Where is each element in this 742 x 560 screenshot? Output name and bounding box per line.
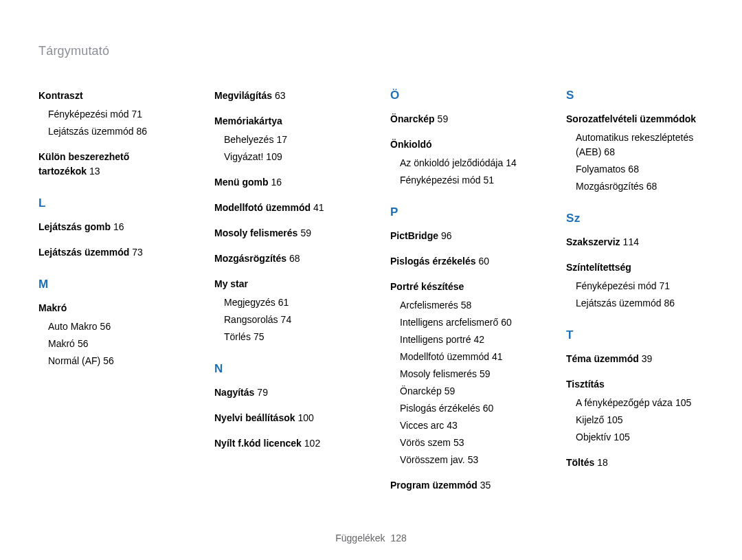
sub: Vicces arc43	[390, 418, 528, 433]
topic: Makró	[38, 301, 176, 315]
topic: Töltés18	[566, 456, 704, 470]
sub: Fényképezési mód71	[566, 279, 704, 293]
sub: Behelyezés17	[214, 133, 352, 147]
sub: Intelligens portré42	[390, 333, 528, 347]
sub: Mosoly felismerés59	[390, 367, 528, 381]
topic: Lejátszás üzemmód73	[38, 245, 176, 260]
section-letter-O: Ö	[390, 89, 528, 102]
sub: Normál (AF)56	[38, 354, 176, 368]
sub: Intelligens arcfelismerő60	[390, 315, 528, 330]
topic: PictBridge96	[390, 229, 528, 243]
topic: Kontraszt	[38, 89, 176, 103]
sub: Az önkioldó jelződiódája14	[390, 156, 528, 170]
topic: Megvilágítás63	[214, 89, 352, 103]
sub: A fényképezőgép váza105	[566, 396, 704, 410]
topic: Modellfotó üzemmód41	[214, 201, 352, 215]
sub: Folyamatos68	[566, 162, 704, 177]
sub: Törlés75	[214, 330, 352, 344]
sub: Makró56	[38, 337, 176, 351]
topic: Mosoly felismerés59	[214, 226, 352, 240]
topic: Önkioldó	[390, 137, 528, 152]
topic: Nyílt f.kód licencek102	[214, 436, 352, 451]
sub: Pislogás érzékelés60	[390, 401, 528, 416]
sub: Modellfotó üzemmód41	[390, 350, 528, 364]
index-columns: Kontraszt Fényképezési mód71 Lejátszás ü…	[38, 89, 704, 497]
sub: Önarckép59	[390, 384, 528, 399]
topic: Program üzemmód35	[390, 478, 528, 493]
column-1: Kontraszt Fényképezési mód71 Lejátszás ü…	[38, 89, 176, 497]
sub: Rangsorolás74	[214, 313, 352, 327]
page-title: Tárgymutató	[38, 44, 704, 58]
section-letter-T: T	[566, 328, 704, 342]
sub: Arcfelismerés58	[390, 298, 528, 313]
sub: Kijelző105	[566, 413, 704, 427]
topic: My star	[214, 277, 352, 291]
column-3: Ö Önarckép59 Önkioldó Az önkioldó jelződ…	[390, 89, 528, 497]
sub: Vigyázat!109	[214, 150, 352, 164]
column-4: S Sorozatfelvételi üzemmódok Automatikus…	[566, 89, 704, 497]
sub: Vörös szem53	[390, 436, 528, 450]
sub: Vörösszem jav.53	[390, 453, 528, 467]
section-letter-L: L	[38, 197, 176, 210]
topic: Portré készítése	[390, 280, 528, 294]
topic: Téma üzemmód39	[566, 352, 704, 366]
topic: Nyelvi beállítások100	[214, 411, 352, 425]
topic: Mozgásrögzítés68	[214, 251, 352, 266]
topic: Nagyítás79	[214, 385, 352, 400]
section-letter-S: S	[566, 89, 704, 102]
footer: Függelékek 128	[0, 533, 742, 544]
topic: Külön beszerezhető tartozékok13	[38, 150, 176, 179]
section-letter-P: P	[390, 205, 528, 219]
sub: Megjegyzés61	[214, 295, 352, 310]
column-2: Megvilágítás63 Memóriakártya Behelyezés1…	[214, 89, 352, 497]
index-page: Tárgymutató Kontraszt Fényképezési mód71…	[0, 0, 742, 560]
footer-page: 128	[390, 533, 406, 544]
section-letter-Sz: Sz	[566, 212, 704, 225]
topic: Színtelítettség	[566, 260, 704, 275]
sub: Automatikus rekeszléptetés (AEB)68	[566, 131, 704, 159]
sub: Mozgásrögzítés68	[566, 179, 704, 194]
topic: Memóriakártya	[214, 114, 352, 128]
sub: Fényképezési mód71	[38, 107, 176, 122]
section-letter-N: N	[214, 362, 352, 376]
topic: Szakszerviz114	[566, 235, 704, 249]
topic: Sorozatfelvételi üzemmódok	[566, 112, 704, 126]
sub: Lejátszás üzemmód86	[38, 124, 176, 139]
topic: Önarckép59	[390, 112, 528, 126]
sub: Objektív105	[566, 430, 704, 445]
sub: Lejátszás üzemmód86	[566, 296, 704, 311]
topic: Menü gomb16	[214, 175, 352, 190]
footer-label: Függelékek	[335, 533, 385, 544]
sub: Auto Makro56	[38, 320, 176, 334]
sub: Fényképezési mód51	[390, 173, 528, 188]
topic: Tisztítás	[566, 377, 704, 392]
topic: Pislogás érzékelés60	[390, 254, 528, 269]
topic: Lejátszás gomb16	[38, 220, 176, 234]
section-letter-M: M	[38, 278, 176, 291]
